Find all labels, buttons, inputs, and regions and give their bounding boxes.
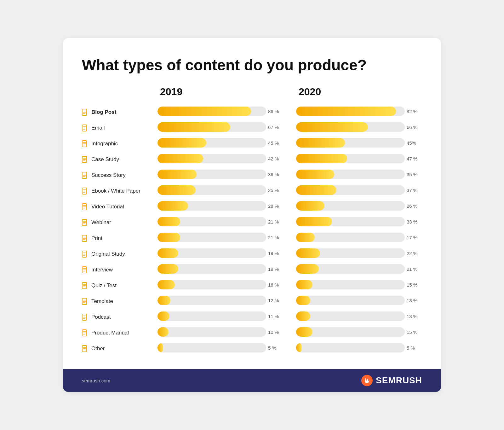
bar-pct-2020-0: 92 % [407, 109, 421, 114]
bar-wrapper-2020-9: 22 % [296, 248, 405, 258]
bar-fill-2020-2 [296, 138, 345, 148]
row-label-6: Video Tutorial [82, 199, 158, 215]
doc-icon-6 [82, 203, 88, 210]
row-text-6: Video Tutorial [91, 204, 124, 210]
bar-wrapper-2019-2: 45 % [158, 138, 266, 148]
bar-track-2019-11 [158, 280, 266, 289]
bar-pct-2019-3: 42 % [268, 156, 283, 161]
bar-fill-2019-2 [158, 138, 206, 148]
bar-wrapper-2019-11: 16 % [158, 280, 266, 289]
bar-pct-2019-10: 19 % [268, 266, 283, 272]
row-text-5: Ebook / White Paper [91, 188, 140, 194]
bar-fill-2020-7 [296, 217, 332, 226]
footer-brand: SEMRUSH [361, 375, 422, 386]
bar-fill-2019-12 [158, 296, 170, 305]
card: What types of content do you produce? Bl… [63, 38, 441, 392]
bar-track-2019-6 [158, 201, 266, 211]
bar-2019-row-5: 35 % [158, 182, 284, 198]
semrush-logo-icon [361, 375, 373, 386]
bar-track-2020-1 [296, 122, 405, 132]
bar-pct-2019-8: 21 % [268, 235, 283, 240]
bar-wrapper-2019-15: 5 % [158, 343, 266, 352]
doc-icon-7 [82, 219, 88, 226]
row-text-11: Quiz / Test [91, 282, 117, 289]
bar-2019-row-14: 10 % [158, 324, 284, 340]
row-label-15: Other [82, 341, 158, 357]
row-label-10: Interview [82, 262, 158, 278]
bar-pct-2019-5: 35 % [268, 188, 283, 193]
row-label-8: Print [82, 230, 158, 246]
bar-track-2019-9 [158, 248, 266, 258]
bar-pct-2020-14: 15 % [407, 329, 421, 335]
bars-section: 2019 86 % 67 % 45 % 42 % [158, 86, 422, 357]
row-label-2: Infographic [82, 136, 158, 152]
bar-track-2019-7 [158, 217, 266, 226]
bar-track-2020-12 [296, 296, 405, 305]
bar-wrapper-2019-4: 36 % [158, 170, 266, 179]
doc-icon-8 [82, 235, 88, 242]
bar-2020-row-13: 13 % [296, 308, 422, 324]
bar-pct-2020-15: 5 % [407, 345, 421, 351]
row-label-0: Blog Post [82, 104, 158, 120]
bar-track-2019-0 [158, 107, 266, 116]
bar-fill-2019-15 [158, 343, 163, 352]
doc-icon-12 [82, 298, 88, 305]
bar-fill-2019-13 [158, 311, 169, 321]
bar-2019-row-8: 21 % [158, 230, 284, 245]
row-label-3: Case Study [82, 152, 158, 167]
bar-wrapper-2019-12: 12 % [158, 296, 266, 305]
bar-pct-2019-9: 19 % [268, 251, 283, 256]
row-text-0: Blog Post [91, 109, 116, 115]
doc-icon-15 [82, 345, 88, 352]
bar-pct-2020-4: 35 % [407, 172, 421, 177]
year-2019-header: 2019 [158, 86, 284, 98]
year-2020-col: 2020 92 % 66 % 45% 47 % [296, 86, 422, 357]
bar-2020-row-3: 47 % [296, 151, 422, 166]
bar-track-2019-3 [158, 154, 266, 163]
row-label-5: Ebook / White Paper [82, 183, 158, 199]
row-label-12: Template [82, 293, 158, 309]
footer: semrush.com SEMRUSH [63, 369, 441, 392]
bar-2020-row-5: 37 % [296, 182, 422, 198]
bar-2020-row-11: 15 % [296, 277, 422, 293]
row-text-15: Other [91, 346, 105, 352]
labels-column: Blog Post Email Infographic Case Study S… [82, 86, 158, 357]
bar-2019-row-11: 16 % [158, 277, 284, 293]
bar-fill-2019-5 [158, 185, 196, 195]
bar-fill-2019-7 [158, 217, 180, 226]
main-title: What types of content do you produce? [82, 57, 422, 74]
bar-2020-row-7: 33 % [296, 214, 422, 230]
bar-track-2019-14 [158, 327, 266, 337]
bar-track-2019-15 [158, 343, 266, 352]
doc-icon-9 [82, 251, 88, 258]
bar-track-2020-11 [296, 280, 405, 289]
row-text-10: Interview [91, 267, 113, 273]
bar-pct-2020-8: 17 % [407, 235, 421, 240]
bar-track-2019-4 [158, 170, 266, 179]
bar-2020-row-12: 13 % [296, 293, 422, 308]
bar-pct-2019-1: 67 % [268, 125, 283, 130]
bar-track-2019-8 [158, 233, 266, 242]
bar-pct-2019-11: 16 % [268, 282, 283, 288]
row-label-11: Quiz / Test [82, 278, 158, 293]
doc-icon-1 [82, 125, 88, 131]
bar-fill-2020-15 [296, 343, 301, 352]
bar-fill-2019-8 [158, 233, 180, 242]
bar-track-2020-10 [296, 264, 405, 274]
bar-wrapper-2020-2: 45% [296, 138, 405, 148]
footer-brand-name: SEMRUSH [376, 375, 422, 386]
bar-fill-2019-4 [158, 170, 197, 179]
bar-pct-2019-15: 5 % [268, 345, 283, 351]
bar-track-2019-5 [158, 185, 266, 195]
bar-wrapper-2020-12: 13 % [296, 296, 405, 305]
bar-wrapper-2020-1: 66 % [296, 122, 405, 132]
bar-2019-row-15: 5 % [158, 340, 284, 356]
bar-fill-2020-5 [296, 185, 336, 195]
bar-2020-row-15: 5 % [296, 340, 422, 356]
bar-2020-row-8: 17 % [296, 230, 422, 245]
bar-pct-2019-13: 11 % [268, 314, 283, 319]
bar-wrapper-2019-5: 35 % [158, 185, 266, 195]
bar-fill-2019-3 [158, 154, 203, 163]
bar-track-2019-1 [158, 122, 266, 132]
bar-pct-2020-6: 26 % [407, 203, 421, 209]
